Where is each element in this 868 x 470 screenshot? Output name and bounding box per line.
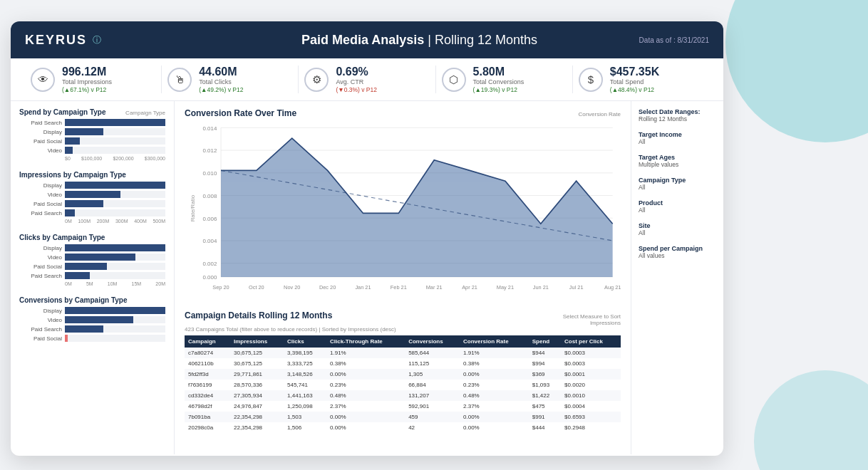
table-cell: $1,093 — [529, 380, 561, 390]
conversion-rate-chart: Rate/Ratio 0.014 0.012 0.010 — [185, 120, 621, 300]
filter-item[interactable]: Campaign Type All — [639, 177, 716, 191]
table-header[interactable]: Conversions — [405, 335, 460, 348]
table-header[interactable]: Spend — [529, 335, 561, 348]
kpi-icon: ⚙ — [304, 68, 329, 92]
kpi-label: Total Clicks — [199, 78, 243, 87]
bar-label: Paid Search — [19, 120, 62, 126]
svg-text:Jan 21: Jan 21 — [355, 284, 371, 291]
table-cell: $369 — [529, 369, 561, 380]
axis-label: 10M — [108, 281, 118, 286]
table-cell: 1,503 — [284, 412, 326, 422]
sort-label[interactable]: Select Measure to Sort Impressions — [563, 313, 621, 326]
bar-label: Display — [19, 182, 62, 189]
bar-label: Video — [19, 147, 62, 154]
logo-info-icon[interactable]: ⓘ — [93, 34, 101, 46]
table-row: f763619928,570,336545,7410.23%66,8840.23… — [185, 380, 621, 390]
bar-fill — [65, 254, 135, 261]
filter-label: Target Ages — [639, 154, 716, 161]
bar-outer — [65, 209, 165, 216]
filter-label: Select Date Ranges: — [639, 108, 716, 115]
table-cell: 0.48% — [326, 390, 405, 401]
svg-text:Jul 21: Jul 21 — [569, 284, 584, 291]
axis-label: 400M — [134, 219, 147, 224]
bar-row: Video — [19, 147, 165, 154]
bar-fill — [65, 191, 120, 198]
filter-item[interactable]: Target Ages Multiple values — [639, 154, 716, 168]
conversions-chart-section: Conversions by Campaign Type Display Vid… — [19, 296, 165, 342]
table-cell: $994 — [529, 358, 561, 369]
page-title: Paid Media Analysis | Rolling 12 Months — [130, 33, 709, 48]
table-cell: 0.38% — [326, 358, 405, 369]
campaign-table-section: Campaign Details Rolling 12 Months Selec… — [185, 310, 621, 433]
bar-outer — [65, 191, 165, 198]
svg-text:Jun 21: Jun 21 — [533, 284, 549, 291]
table-header[interactable]: Conversion Rate — [460, 335, 529, 348]
axis-label: 15M — [132, 281, 142, 286]
bar-row: Paid Social — [19, 137, 165, 145]
svg-text:0.000: 0.000 — [203, 275, 217, 281]
table-header[interactable]: Clicks — [284, 335, 326, 348]
table-cell: $0.0010 — [561, 390, 621, 401]
table-cell: $444 — [529, 422, 561, 433]
kpi-label: Avg. CTR — [336, 78, 377, 87]
axis-label: 500M — [153, 219, 165, 224]
bar-outer — [65, 182, 165, 189]
middle-panel: Conversion Rate Over Time Conversion Rat… — [175, 101, 631, 454]
table-cell: c7a80274 — [185, 348, 230, 358]
bar-label: Paid Search — [19, 273, 62, 279]
main-content: Spend by Campaign Type Campaign Type Pai… — [11, 101, 723, 454]
conversion-rate-svg: Rate/Ratio 0.014 0.012 0.010 — [185, 120, 621, 297]
table-cell: 3,333,725 — [284, 358, 326, 369]
conversions-chart-title: Conversions by Campaign Type — [19, 296, 165, 304]
table-cell: $0.0004 — [561, 401, 621, 412]
table-cell: 459 — [405, 412, 460, 422]
table-row: 5fd2ff3d29,771,8613,148,5260.00%1,3050.0… — [185, 369, 621, 380]
bar-fill — [65, 209, 75, 216]
conversion-rate-legend: Conversion Rate — [578, 111, 621, 118]
table-header[interactable]: Impressions — [230, 335, 284, 348]
table-header[interactable]: Campaign — [185, 335, 230, 348]
table-row: 46798d2f24,976,8471,250,0982.37%592,9012… — [185, 401, 621, 412]
table-cell: 0.00% — [326, 412, 405, 422]
table-cell: 1.91% — [326, 348, 405, 358]
bar-label: Paid Social — [19, 263, 62, 270]
bar-label: Paid Social — [19, 335, 62, 342]
bar-row: Paid Social — [19, 263, 165, 270]
filter-label: Spend per Campaign — [639, 245, 716, 252]
bar-row: Paid Search — [19, 272, 165, 279]
bar-fill — [65, 137, 80, 145]
impressions-bar-chart: Display Video Paid Social Paid Search — [19, 182, 165, 216]
bar-outer — [65, 254, 165, 261]
svg-text:Oct 20: Oct 20 — [249, 284, 264, 291]
table-header[interactable]: Cost per Click — [561, 335, 621, 348]
filter-item[interactable]: Site All — [639, 222, 716, 236]
bar-label: Display — [19, 245, 62, 251]
table-cell: $991 — [529, 412, 561, 422]
axis-label: 5M — [86, 281, 93, 286]
bar-row: Paid Search — [19, 209, 165, 216]
filter-item[interactable]: Target Income All — [639, 131, 716, 145]
bar-fill — [65, 147, 73, 154]
table-cell: $0.0003 — [561, 348, 621, 358]
bar-fill — [65, 128, 103, 135]
table-cell: 1,506 — [284, 422, 326, 433]
table-cell: 585,644 — [405, 348, 460, 358]
table-row: 7b091ba22,354,2981,5030.00%4590.00%$991$… — [185, 412, 621, 422]
filter-item[interactable]: Select Date Ranges: Rolling 12 Months — [639, 108, 716, 122]
filter-value: All — [639, 229, 716, 236]
table-header[interactable]: Click-Through Rate — [326, 335, 405, 348]
table-cell: 0.23% — [460, 380, 529, 390]
table-cell: 42 — [405, 422, 460, 433]
filter-item[interactable]: Spend per Campaign All values — [639, 245, 716, 259]
filter-item[interactable]: Product All — [639, 199, 716, 214]
axis-label: 0M — [65, 281, 72, 286]
table-row: 20298c0a22,354,2981,5060.00%420.00%$444$… — [185, 422, 621, 433]
svg-text:0.006: 0.006 — [203, 216, 217, 222]
bar-outer — [65, 119, 165, 126]
spend-chart-section: Spend by Campaign Type Campaign Type Pai… — [19, 108, 165, 161]
svg-text:May 21: May 21 — [497, 284, 514, 291]
kpi-change: (▲48.4%) v P12 — [610, 86, 659, 93]
bar-outer — [65, 200, 165, 207]
filter-label: Campaign Type — [639, 177, 716, 184]
table-cell: $0.2948 — [561, 422, 621, 433]
